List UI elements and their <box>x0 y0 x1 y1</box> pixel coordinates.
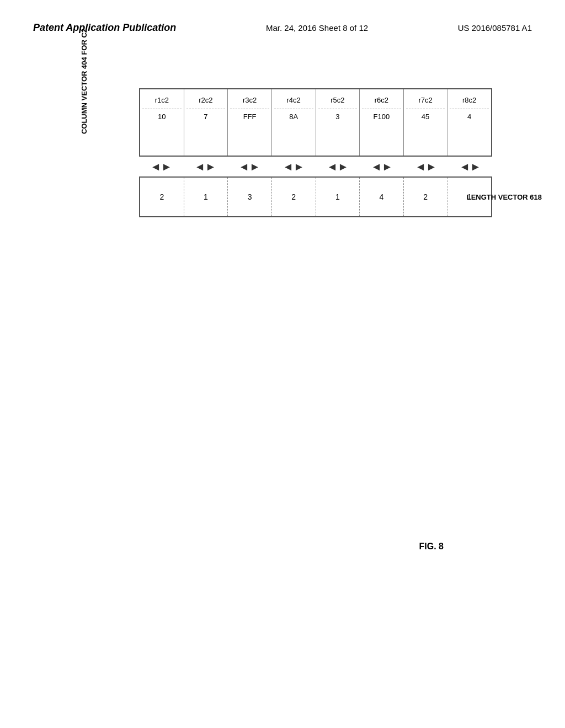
length-cell-7: 2 <box>404 178 448 216</box>
cell-value-7: 45 <box>422 113 429 122</box>
cell-id-4: r4c2 <box>287 96 301 105</box>
bottom-values-row: 21321421 <box>139 176 492 217</box>
arrow-cell-7: ◄► <box>404 160 448 173</box>
figure-area: COLUMN VECTOR 404 FOR C2 r1c2 10r2c2 7r3… <box>33 88 532 217</box>
length-cell-3: 3 <box>228 178 272 216</box>
arrow-icon-6: ◄► <box>371 160 393 173</box>
length-cell-6: 4 <box>360 178 404 216</box>
cell-id-6: r6c2 <box>375 96 388 105</box>
arrow-cell-5: ◄► <box>316 160 360 173</box>
arrow-cell-2: ◄► <box>183 160 227 173</box>
column-cell-1: r1c2 10 <box>140 89 184 156</box>
cell-value-3: FFF <box>243 113 257 122</box>
column-cell-7: r7c2 45 <box>404 89 448 156</box>
arrow-row: ◄►◄►◄►◄►◄►◄►◄►◄► <box>139 157 492 176</box>
arrow-icon-7: ◄► <box>415 160 437 173</box>
cell-id-8: r8c2 <box>462 96 476 105</box>
cell-id-7: r7c2 <box>418 96 432 105</box>
figure-label: FIG. 8 <box>419 542 444 552</box>
length-vector-label: LENGTH VECTOR 618 <box>467 193 542 201</box>
arrow-icon-4: ◄► <box>282 160 305 173</box>
arrow-icon-3: ◄► <box>238 160 260 173</box>
arrow-cell-4: ◄► <box>271 160 316 173</box>
cell-value-5: 3 <box>335 113 339 122</box>
cell-id-5: r5c2 <box>331 96 344 105</box>
arrow-icon-5: ◄► <box>327 160 349 173</box>
column-cell-8: r8c2 4 <box>447 89 491 156</box>
length-cell-2: 1 <box>184 178 228 216</box>
top-cells-row: r1c2 10r2c2 7r3c2 FFFr4c2 8A <box>139 88 492 157</box>
column-cell-6: r6c2 F100 <box>360 89 404 156</box>
arrow-cell-3: ◄► <box>227 160 271 173</box>
arrow-cell-8: ◄► <box>448 160 492 173</box>
arrow-cell-6: ◄► <box>360 160 404 173</box>
arrow-icon-8: ◄► <box>459 160 481 173</box>
cell-id-3: r3c2 <box>243 96 257 105</box>
length-cell-5: 1 <box>316 178 360 216</box>
arrow-cell-1: ◄► <box>139 160 183 173</box>
column-cell-2: r2c2 7 <box>184 89 228 156</box>
cell-value-1: 10 <box>158 113 166 122</box>
cell-value-2: 7 <box>204 113 207 122</box>
length-cell-4: 2 <box>272 178 316 216</box>
cell-value-8: 4 <box>467 113 471 122</box>
column-vector-box: r1c2 10r2c2 7r3c2 FFFr4c2 8A <box>117 88 470 217</box>
length-cell-1: 2 <box>140 178 184 216</box>
publication-date-sheet: Mar. 24, 2016 Sheet 8 of 12 <box>266 23 368 33</box>
column-cell-4: r4c2 8A <box>272 89 316 156</box>
arrow-icon-2: ◄► <box>194 160 216 173</box>
column-cell-3: r3c2 FFF <box>228 89 272 156</box>
arrow-icon-1: ◄► <box>150 160 172 173</box>
column-cell-5: r5c2 3 <box>316 89 360 156</box>
publication-title: Patent Application Publication <box>33 22 176 34</box>
cell-value-6: F100 <box>374 113 390 122</box>
publication-number: US 2016/085781 A1 <box>458 23 532 33</box>
cell-id-1: r1c2 <box>155 96 169 105</box>
diagram-wrapper: COLUMN VECTOR 404 FOR C2 r1c2 10r2c2 7r3… <box>89 88 476 217</box>
cell-value-4: 8A <box>289 113 298 122</box>
cell-id-2: r2c2 <box>199 96 212 105</box>
column-vector-label: COLUMN VECTOR 404 FOR C2 <box>80 26 88 137</box>
